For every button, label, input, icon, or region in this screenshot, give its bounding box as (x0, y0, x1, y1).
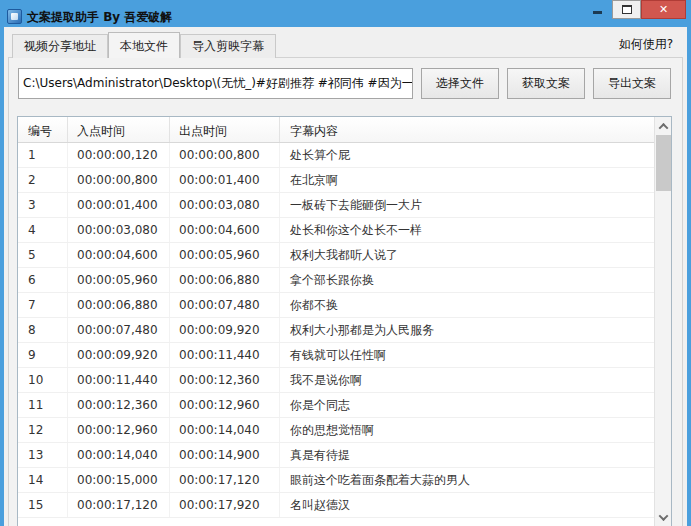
cell-out: 00:00:14,900 (170, 443, 280, 467)
cell-id: 10 (18, 368, 68, 392)
scroll-down-button[interactable] (655, 509, 671, 525)
cell-text: 处长和你这个处长不一样 (280, 218, 654, 242)
cell-text: 权利大我都听人说了 (280, 243, 654, 267)
file-path-input[interactable]: C:\Users\Administrator\Desktop\(无忧_)#好剧推… (18, 68, 413, 99)
header-in-time[interactable]: 入点时间 (68, 117, 170, 142)
table-row[interactable]: 1000:00:11,44000:00:12,360我不是说你啊 (18, 368, 654, 393)
cell-in: 00:00:01,400 (68, 193, 170, 217)
cell-out: 00:00:11,440 (170, 343, 280, 367)
cell-in: 00:00:12,360 (68, 393, 170, 417)
cell-in: 00:00:05,960 (68, 268, 170, 292)
cell-out: 00:00:14,040 (170, 418, 280, 442)
cell-id: 1 (18, 143, 68, 167)
cell-out: 00:00:12,360 (170, 368, 280, 392)
cell-in: 00:00:15,000 (68, 468, 170, 492)
maximize-button[interactable] (612, 0, 641, 19)
cell-in: 00:00:07,480 (68, 318, 170, 342)
minimize-button[interactable] (583, 0, 612, 19)
cell-id: 6 (18, 268, 68, 292)
table-row[interactable]: 1400:00:15,00000:00:17,120眼前这个吃着面条配着大蒜的男… (18, 468, 654, 493)
table-row[interactable]: 1200:00:12,96000:00:14,040你的思想觉悟啊 (18, 418, 654, 443)
cell-in: 00:00:00,800 (68, 168, 170, 192)
vertical-scrollbar[interactable] (654, 117, 671, 526)
scroll-up-button[interactable] (655, 118, 671, 134)
table-row[interactable]: 600:00:05,96000:00:06,880拿个部长跟你换 (18, 268, 654, 293)
title-bar: 文案提取助手 By 吾爱破解 ✕ (4, 0, 687, 27)
cell-id: 12 (18, 418, 68, 442)
cell-out: 00:00:06,880 (170, 268, 280, 292)
cell-text: 你的思想觉悟啊 (280, 418, 654, 442)
cell-in: 00:00:17,120 (68, 493, 170, 517)
cell-id: 2 (18, 168, 68, 192)
window-title: 文案提取助手 By 吾爱破解 (27, 10, 172, 24)
cell-out: 00:00:00,800 (170, 143, 280, 167)
table-row[interactable]: 900:00:09,92000:00:11,440有钱就可以任性啊 (18, 343, 654, 368)
cell-text: 有钱就可以任性啊 (280, 343, 654, 367)
header-subtitle-content[interactable]: 字幕内容 (280, 117, 654, 142)
cell-id: 3 (18, 193, 68, 217)
minimize-icon (593, 11, 602, 14)
cell-text: 一板砖下去能砸倒一大片 (280, 193, 654, 217)
table-row[interactable]: 400:00:03,08000:00:04,600处长和你这个处长不一样 (18, 218, 654, 243)
cell-in: 00:00:00,120 (68, 143, 170, 167)
cell-in: 00:00:09,920 (68, 343, 170, 367)
chevron-up-icon (658, 122, 668, 132)
cell-text: 眼前这个吃着面条配着大蒜的男人 (280, 468, 654, 492)
cell-out: 00:00:03,080 (170, 193, 280, 217)
scrollbar-thumb[interactable] (656, 135, 671, 191)
export-copy-button[interactable]: 导出文案 (593, 68, 671, 99)
table-row[interactable]: 100:00:00,12000:00:00,800处长算个屁 (18, 143, 654, 168)
cell-text: 权利大小那都是为人民服务 (280, 318, 654, 342)
app-icon (7, 9, 22, 24)
cell-id: 4 (18, 218, 68, 242)
table-row[interactable]: 800:00:07,48000:00:09,920权利大小那都是为人民服务 (18, 318, 654, 343)
file-row: C:\Users\Administrator\Desktop\(无忧_)#好剧推… (18, 68, 671, 99)
tab-local-file[interactable]: 本地文件 (108, 32, 180, 58)
cell-text: 真是有待提 (280, 443, 654, 467)
cell-text: 你都不换 (280, 293, 654, 317)
cell-in: 00:00:06,880 (68, 293, 170, 317)
cell-out: 00:00:07,480 (170, 293, 280, 317)
table-row[interactable]: 1100:00:12,36000:00:12,960你是个同志 (18, 393, 654, 418)
close-button[interactable]: ✕ (641, 0, 686, 19)
cell-out: 00:00:05,960 (170, 243, 280, 267)
cell-text: 你是个同志 (280, 393, 654, 417)
cell-out: 00:00:09,920 (170, 318, 280, 342)
table-row[interactable]: 500:00:04,60000:00:05,960权利大我都听人说了 (18, 243, 654, 268)
cell-id: 14 (18, 468, 68, 492)
cell-id: 11 (18, 393, 68, 417)
cell-in: 00:00:12,960 (68, 418, 170, 442)
table-row[interactable]: 700:00:06,88000:00:07,480你都不换 (18, 293, 654, 318)
window-controls: ✕ (583, 0, 686, 19)
maximize-icon (622, 5, 632, 14)
cell-out: 00:00:04,600 (170, 218, 280, 242)
tab-video-share-url[interactable]: 视频分享地址 (12, 34, 108, 58)
table-row[interactable]: 300:00:01,40000:00:03,080一板砖下去能砸倒一大片 (18, 193, 654, 218)
cell-out: 00:00:17,120 (170, 468, 280, 492)
cell-out: 00:00:12,960 (170, 393, 280, 417)
subtitle-table: 编号 入点时间 出点时间 字幕内容 100:00:00,12000:00:00,… (17, 116, 672, 526)
cell-id: 13 (18, 443, 68, 467)
table-row[interactable]: 1300:00:14,04000:00:14,900真是有待提 (18, 443, 654, 468)
cell-id: 8 (18, 318, 68, 342)
table-body: 100:00:00,12000:00:00,800处长算个屁200:00:00,… (18, 143, 654, 518)
tab-strip: 视频分享地址 本地文件 导入剪映字幕 如何使用? (4, 27, 687, 57)
cell-in: 00:00:14,040 (68, 443, 170, 467)
cell-text: 我不是说你啊 (280, 368, 654, 392)
fetch-copy-button[interactable]: 获取文案 (507, 68, 585, 99)
select-file-button[interactable]: 选择文件 (421, 68, 499, 99)
cell-text: 处长算个屁 (280, 143, 654, 167)
cell-text: 名叫赵德汉 (280, 493, 654, 517)
app-window: 文案提取助手 By 吾爱破解 ✕ 视频分享地址 本地文件 导入剪映字幕 如何使用… (0, 0, 691, 526)
close-icon: ✕ (659, 4, 668, 15)
header-number[interactable]: 编号 (18, 117, 68, 142)
cell-id: 9 (18, 343, 68, 367)
header-out-time[interactable]: 出点时间 (170, 117, 280, 142)
cell-id: 5 (18, 243, 68, 267)
cell-text: 拿个部长跟你换 (280, 268, 654, 292)
cell-in: 00:00:03,080 (68, 218, 170, 242)
table-row[interactable]: 200:00:00,80000:00:01,400在北京啊 (18, 168, 654, 193)
tab-import-jianying-subtitle[interactable]: 导入剪映字幕 (180, 34, 276, 58)
table-row[interactable]: 1500:00:17,12000:00:17,920名叫赵德汉 (18, 493, 654, 518)
how-to-use-link[interactable]: 如何使用? (619, 36, 673, 57)
